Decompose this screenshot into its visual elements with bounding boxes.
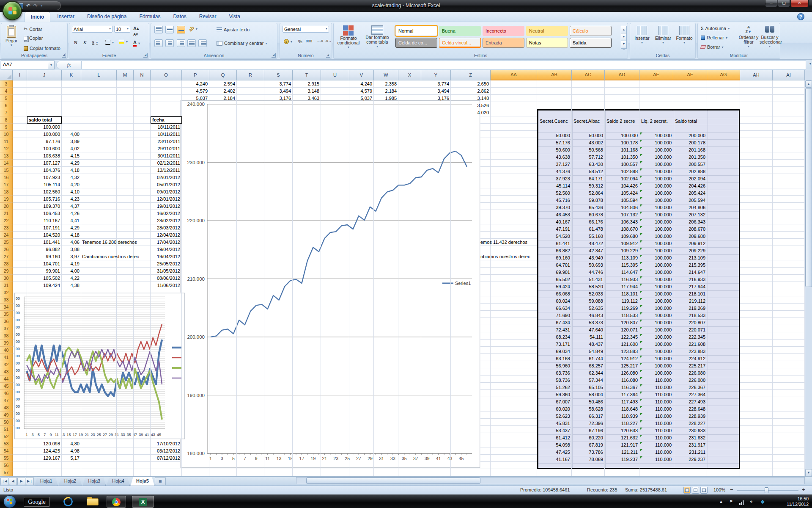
row-header-42[interactable]: 42 [0,361,13,368]
name-box[interactable]: AA7 [1,61,48,69]
normal-view-icon[interactable] [683,487,691,494]
borders-button[interactable]: ▾ [104,39,115,45]
row-header-3[interactable]: 3 [0,80,13,88]
tray-expand-icon[interactable]: ▲ [719,499,723,504]
horizontal-scroll-thumb[interactable] [306,478,480,484]
sheet-tab-hoja1[interactable]: Hoja1 [35,477,58,486]
multi-series-chart[interactable]: 00000000000000000000000000000000000000 1… [14,293,185,439]
ribbon-tab-inicio[interactable]: Inicio [25,12,50,22]
percent-style-icon[interactable]: % [297,39,304,44]
row-header-5[interactable]: 5 [0,95,13,102]
vertical-scroll-thumb[interactable] [805,88,812,287]
row-header-36[interactable]: 36 [0,318,13,325]
number-format-select[interactable]: General▾ [283,26,329,33]
shrink-font-icon[interactable]: A▾ [132,32,139,37]
maximize-button[interactable]: ▢ [778,0,790,7]
row-header-7[interactable]: 7 [0,109,13,116]
sheet-tab-hoja4[interactable]: Hoja4 [107,477,130,486]
row-header-43[interactable]: 43 [0,368,13,375]
zoom-out-icon[interactable]: − [730,486,733,493]
help-icon[interactable]: ? [797,13,804,20]
font-size-select[interactable]: 10▾ [114,26,130,33]
column-header-Y[interactable]: Y [421,70,451,80]
alignment-dialog-launcher-icon[interactable]: ◢ [272,53,276,58]
ribbon-tab-vista[interactable]: Vista [223,12,246,22]
fill-color-button[interactable]: ▾ [118,39,129,44]
align-top-icon[interactable] [154,26,163,33]
align-left-icon[interactable] [154,39,163,47]
column-header-P[interactable]: P [182,70,209,80]
column-header-I[interactable]: I [13,70,27,80]
column-header-U[interactable]: U [321,70,349,80]
find-select-button[interactable]: Buscar y seleccionar▾ [760,25,780,53]
ribbon-tab-datos[interactable]: Datos [167,12,192,22]
page-break-view-icon[interactable] [700,487,708,494]
sheet-tab-hoja2[interactable]: Hoja2 [59,477,82,486]
bold-button[interactable]: N [73,39,79,45]
format-painter-button[interactable]: Copiar formato [22,45,62,51]
row-header-39[interactable]: 39 [0,340,13,347]
formula-input[interactable] [82,61,806,69]
cell-style-buena[interactable]: Buena [439,26,481,36]
minimize-button[interactable]: ─ [765,0,777,7]
column-header-AE[interactable]: AE [639,70,673,80]
page-layout-view-icon[interactable] [692,487,699,494]
clear-button[interactable]: Borrar▾ [700,44,725,50]
network-icon[interactable] [739,500,744,506]
insert-sheet-icon[interactable]: ▦ [155,477,166,485]
excel-taskbar-icon[interactable]: X [132,496,154,508]
align-bottom-icon[interactable] [177,26,185,33]
column-header-X[interactable]: X [398,70,421,80]
close-button[interactable]: ✕ [790,0,809,7]
orientation-icon[interactable]: ab▾ [187,26,199,32]
row-header-9[interactable]: 9 [0,124,13,131]
row-header-11[interactable]: 11 [0,138,13,145]
scenario-data-table[interactable]: Secret.CuencSecret.AlbacSaldo 2 secreLiq… [537,109,740,469]
next-sheet-icon[interactable]: ▶ [17,477,25,485]
column-header-W[interactable]: W [374,70,398,80]
last-sheet-icon[interactable]: ▶❘ [26,477,34,485]
column-header-J[interactable]: J [27,70,62,80]
row-header-51[interactable]: 51 [0,426,13,433]
row-header-53[interactable]: 53 [0,440,13,447]
row-header-33[interactable]: 33 [0,296,13,304]
row-header-48[interactable]: 48 [0,404,13,411]
ribbon-tab-insertar[interactable]: Insertar [51,12,80,22]
row-header-8[interactable]: 8 [0,116,13,124]
office-button[interactable] [3,1,22,20]
row-header-50[interactable]: 50 [0,419,13,426]
eliminar-cells-button[interactable]: Eliminar▾ [653,25,673,53]
column-header-AA[interactable]: AA [491,70,537,80]
fill-button[interactable]: ↓Rellenar▾ [700,35,729,41]
row-header-45[interactable]: 45 [0,383,13,390]
row-header-55[interactable]: 55 [0,455,13,462]
row-header-49[interactable]: 49 [0,411,13,419]
prev-sheet-icon[interactable]: ◀ [9,477,17,485]
comma-style-icon[interactable]: 000 [304,39,313,44]
font-dialog-launcher-icon[interactable]: ◢ [143,53,148,58]
conditional-formatting-button[interactable]: Formato condicional▾ [335,25,362,53]
row-header-13[interactable]: 13 [0,152,13,160]
row-header-41[interactable]: 41 [0,354,13,361]
row-header-35[interactable]: 35 [0,311,13,318]
formato-cells-button[interactable]: Formato▾ [674,25,694,53]
row-header-22[interactable]: 22 [0,217,13,224]
cell-style-incorrecto[interactable]: Incorrecto [483,26,524,36]
name-box-dropdown-icon[interactable]: ▾ [48,61,55,69]
column-header-R[interactable]: R [237,70,264,80]
wrap-text-button[interactable]: Ajustar texto [215,27,251,33]
cell-style-salida[interactable]: Salida [570,38,612,48]
column-header-AB[interactable]: AB [537,70,572,80]
ribbon-tab-fórmulas[interactable]: Fórmulas [133,12,166,22]
number-dialog-launcher-icon[interactable]: ◢ [326,53,330,58]
dropbox-icon[interactable]: ❖ [760,499,765,505]
cell-style-neutral[interactable]: Neutral [526,26,568,36]
align-right-icon[interactable] [177,39,185,47]
cell-style-entrada[interactable]: Entrada [483,38,524,48]
column-header-V[interactable]: V [349,70,374,80]
clipboard-dialog-launcher-icon[interactable]: ◢ [62,53,66,58]
row-header-28[interactable]: 28 [0,260,13,268]
zoom-in-icon[interactable]: + [802,486,805,493]
gallery-up-icon[interactable]: ▲ [621,26,627,33]
column-header-Q[interactable]: Q [209,70,237,80]
